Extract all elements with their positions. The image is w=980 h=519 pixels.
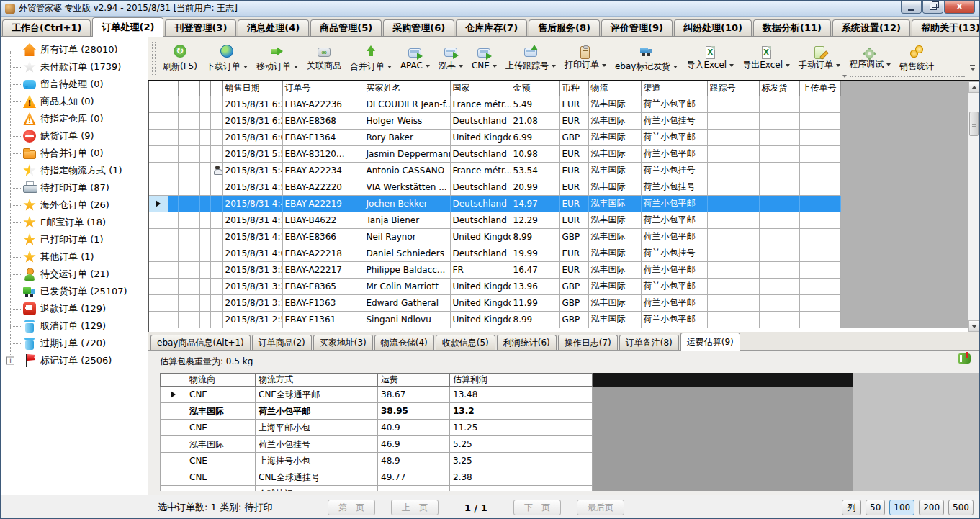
page-size-50-button[interactable]: 50 — [866, 500, 885, 515]
scrollbar-thumb[interactable] — [969, 112, 979, 136]
column-header[interactable]: 上传单号 — [799, 81, 840, 96]
sidebar-item-pending-print-orders[interactable]: 待打印订单 (87) — [1, 179, 148, 197]
dropdown-caret-icon[interactable] — [886, 63, 891, 66]
page-size-200-button[interactable]: 200 — [919, 500, 944, 515]
freight-row[interactable]: CNECNE全球通平邮38.6713.48 — [161, 387, 593, 403]
freight-column-header[interactable]: 物流商 — [186, 374, 256, 387]
order-row[interactable]: 2015/8/31 4:16EBAY-B4622Tanja BienerDeut… — [149, 212, 968, 228]
detail-tab-buyer-address[interactable]: 买家地址(3) — [313, 335, 373, 350]
order-row[interactable]: 2015/8/31 6:08EBAY-F1364Rory BakerUnited… — [149, 129, 968, 145]
scroll-down-icon[interactable] — [968, 320, 979, 332]
page-size-100-button[interactable]: 100 — [889, 500, 914, 515]
sidebar-item-cancelled-orders[interactable]: 取消订单 (129) — [1, 317, 148, 335]
detail-tab-ebay-product-info[interactable]: ebay商品信息(Alt+1) — [150, 335, 251, 350]
order-row[interactable]: 2015/8/31 3:53EBAY-A22217Philippe Baldac… — [149, 261, 968, 278]
toolbar-grip[interactable] — [152, 42, 156, 75]
sidebar-item-unpaid-orders[interactable]: 未付款订单 (1739) — [1, 58, 148, 76]
freight-row[interactable]: 泓丰国际荷兰小包平邮38.9513.2 — [161, 403, 593, 420]
merge-orders-button[interactable]: 合并订单 — [346, 42, 396, 75]
print-orders-button[interactable]: 打印订单 — [560, 44, 611, 73]
apac-button[interactable]: APAC — [396, 44, 434, 73]
order-row[interactable]: 2015/8/31 3:30EBAY-E8365Mr Colin Marriot… — [149, 278, 968, 294]
menu-tab-dispute-processing[interactable]: 纠纷处理(10) — [674, 19, 752, 36]
dropdown-caret-icon[interactable] — [459, 65, 463, 68]
refresh-button[interactable]: ↻刷新(F5) — [158, 42, 202, 75]
menu-tab-order-processing[interactable]: 订单处理(2) — [92, 17, 163, 37]
sales-stats-button[interactable]: 销售统计 — [895, 42, 938, 75]
order-row[interactable]: 2015/8/31 5:59EBAY-83120...Jasmin Depper… — [149, 145, 968, 162]
order-row[interactable]: 2015/8/31 4:11EBAY-E8366Neil RaynorUnite… — [149, 228, 968, 245]
column-header[interactable]: 标发货 — [759, 81, 799, 96]
sidebar-item-pending-dispatch-orders[interactable]: 待交运订单 (21) — [1, 266, 148, 283]
sidebar-item-unknown-product[interactable]: 商品未知 (0) — [1, 93, 148, 110]
ebay-mark-shipped-button[interactable]: ebay标记发货 — [611, 42, 682, 75]
sidebar-item-pending-merge-orders[interactable]: 待合并订单 (0) — [1, 145, 148, 162]
menu-tab-data-analysis[interactable]: 数据分析(11) — [753, 19, 831, 36]
book-icon[interactable] — [958, 353, 971, 364]
menu-tab-warehouse-inventory[interactable]: 仓库库存(7) — [456, 19, 527, 36]
menu-tab-help-about[interactable]: 帮助关于(13) — [912, 19, 980, 36]
sidebar-item-pending-messages[interactable]: 留言待处理 (0) — [1, 76, 148, 93]
last-page-button[interactable]: 最后页 — [577, 500, 624, 515]
order-row[interactable]: 2015/8/31 2:55EBAY-F1361Singani NdlovuUn… — [149, 311, 968, 328]
detail-tab-operation-log[interactable]: 操作日志(7) — [558, 335, 618, 350]
dropdown-caret-icon[interactable] — [729, 64, 734, 67]
sidebar-item-out-of-stock-orders[interactable]: 缺货订单 (9) — [1, 127, 148, 145]
dropdown-caret-icon[interactable] — [243, 66, 248, 68]
detail-tab-order-notes[interactable]: 订单备注(8) — [619, 335, 679, 350]
order-row[interactable]: 2015/8/31 6:28EBAY-E8368Holger WeissDeut… — [149, 112, 968, 129]
order-row[interactable]: 2015/8/31 3:18EBAY-F1363Edward GatheralU… — [149, 294, 968, 311]
menu-tab-purchase-management[interactable]: 采购管理(6) — [383, 19, 454, 36]
detail-tab-logistics-warehouse[interactable]: 物流仓储(4) — [374, 335, 434, 350]
expander-plus-icon[interactable]: + — [6, 357, 14, 365]
sidebar-item-overseas-warehouse-orders[interactable]: 海外仓订单 (26) — [1, 197, 148, 214]
order-row[interactable]: 2015/8/31 4:00EBAY-A22218Daniel Schniede… — [149, 245, 968, 261]
next-page-button[interactable]: 下一页 — [513, 500, 561, 515]
dropdown-caret-icon[interactable] — [493, 65, 497, 68]
column-header[interactable]: 销售日期 — [222, 81, 282, 96]
freight-column-header[interactable]: 物流方式 — [256, 374, 378, 387]
menu-tab-workbench[interactable]: 工作台(Ctrl+1) — [2, 19, 91, 36]
freight-row[interactable]: 泓丰国际荷兰小包挂号46.95.25 — [161, 436, 593, 453]
first-page-button[interactable]: 第一页 — [328, 500, 375, 515]
menu-tab-message-processing[interactable]: 消息处理(4) — [238, 19, 309, 36]
dropdown-caret-icon[interactable] — [387, 66, 392, 68]
import-excel-button[interactable]: X导入Excel — [682, 44, 738, 73]
order-row[interactable]: 2015/8/31 4:46EBAY-A22219Jochen BekkerDe… — [149, 195, 968, 212]
dropdown-caret-icon[interactable] — [786, 64, 790, 67]
column-header[interactable]: 订单号 — [282, 81, 364, 96]
order-row[interactable]: 2015/8/31 4:53EBAY-A22220VIA Werkstätten… — [149, 179, 968, 195]
sidebar-item-eub-orders[interactable]: E邮宝订单 (18) — [1, 214, 148, 231]
dropdown-caret-icon[interactable] — [602, 64, 606, 67]
menu-tab-product-management[interactable]: 商品管理(5) — [310, 19, 382, 36]
sidebar-item-flagged-orders[interactable]: +标记订单 (2506) — [1, 352, 148, 369]
sidebar-item-expired-orders[interactable]: 过期订单 (720) — [1, 335, 148, 352]
move-orders-button[interactable]: 移动订单 — [252, 42, 302, 75]
sidebar-item-refund-orders[interactable]: 退款订单 (129) — [1, 300, 148, 317]
scroll-up-icon[interactable] — [968, 81, 979, 93]
menu-tab-review-management[interactable]: 评价管理(9) — [601, 19, 673, 36]
freight-column-header[interactable]: 估算利润 — [450, 374, 593, 387]
page-size-500-button[interactable]: 500 — [948, 500, 974, 515]
detail-tab-order-products[interactable]: 订单商品(2) — [252, 335, 312, 350]
manual-order-button[interactable]: 手动订单 — [794, 44, 845, 73]
prev-page-button[interactable]: 上一页 — [391, 500, 439, 515]
column-header[interactable]: 国家 — [450, 81, 511, 96]
column-header[interactable]: 币种 — [559, 81, 588, 96]
detail-tab-freight-estimate[interactable]: 运费估算(9) — [680, 333, 740, 351]
freight-row[interactable]: CNECNE全球通挂号49.772.38 — [161, 469, 593, 486]
cne-button[interactable]: CNE — [467, 44, 501, 73]
freight-row[interactable]: CNE上海平邮小包40.911.25 — [161, 420, 593, 436]
column-header[interactable]: 物流 — [588, 81, 641, 96]
restore-button[interactable] — [922, 1, 943, 14]
sidebar-item-all-orders[interactable]: 所有订单 (28010) — [1, 41, 148, 58]
download-orders-button[interactable]: 下载订单 — [202, 42, 252, 75]
dropdown-caret-icon[interactable] — [426, 65, 430, 68]
toolbar-overflow-icon[interactable] — [968, 61, 977, 74]
detail-tab-profit-stats[interactable]: 利润统计(6) — [497, 335, 557, 350]
menu-tab-system-settings[interactable]: 系统设置(12) — [832, 19, 910, 36]
debug-button[interactable]: 程序调试 — [845, 45, 895, 73]
column-header[interactable]: 买家姓名 — [364, 81, 450, 96]
upload-tracking-button[interactable]: 上传跟踪号 — [501, 43, 560, 74]
column-header[interactable]: 金额 — [511, 81, 559, 96]
